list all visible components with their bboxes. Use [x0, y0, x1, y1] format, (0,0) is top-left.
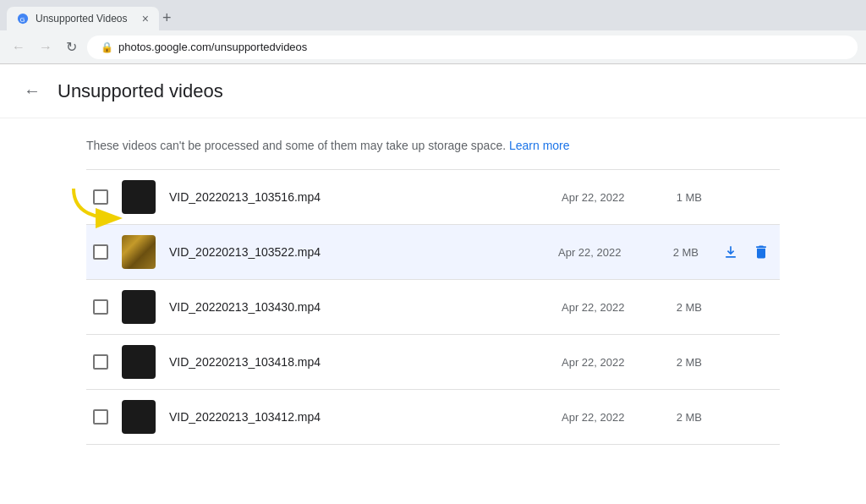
lock-icon: 🔒 [101, 41, 113, 53]
row-checkbox[interactable] [93, 299, 108, 315]
tab-bar: G Unsupported Videos × + [0, 0, 866, 30]
thumbnail-image [122, 235, 156, 269]
video-row[interactable]: VID_20220213_103430.mp4 Apr 22, 2022 2 M… [86, 280, 780, 335]
page-title: Unsupported videos [58, 80, 223, 102]
video-filename: VID_20220213_103418.mp4 [169, 355, 548, 369]
page-header: ← Unsupported videos [0, 64, 866, 118]
active-tab[interactable]: G Unsupported Videos × [7, 7, 159, 30]
video-row[interactable]: VID_20220213_103412.mp4 Apr 22, 2022 2 M… [86, 390, 780, 445]
video-filename: VID_20220213_103522.mp4 [169, 245, 545, 259]
row-checkbox[interactable] [93, 354, 108, 370]
video-size: 2 MB [656, 246, 699, 259]
video-row[interactable]: VID_20220213_103516.mp4 Apr 22, 2022 1 M… [86, 170, 780, 225]
download-button[interactable] [719, 240, 743, 264]
tab-title: Unsupported Videos [36, 13, 135, 25]
video-size: 2 MB [660, 301, 702, 314]
video-thumbnail [122, 345, 156, 379]
video-date: Apr 22, 2022 [562, 301, 646, 314]
video-row[interactable]: VID_20220213_103418.mp4 Apr 22, 2022 2 M… [86, 335, 780, 390]
video-date: Apr 22, 2022 [562, 411, 646, 424]
video-date: Apr 22, 2022 [558, 246, 643, 259]
browser-chrome: G Unsupported Videos × + ← → ↻ 🔒 photos.… [0, 0, 866, 64]
row-checkbox[interactable] [93, 409, 108, 425]
video-size: 1 MB [660, 191, 702, 204]
new-tab-button[interactable]: + [162, 9, 172, 27]
video-size: 2 MB [660, 356, 702, 369]
video-thumbnail [122, 290, 156, 324]
row-checkbox[interactable] [93, 244, 108, 260]
learn-more-link[interactable]: Learn more [509, 139, 570, 152]
info-text: These videos can't be processed and some… [86, 139, 780, 152]
address-input[interactable]: 🔒 photos.google.com/unsupportedvideos [87, 36, 858, 59]
video-filename: VID_20220213_103412.mp4 [169, 410, 548, 424]
yellow-arrow-indicator [69, 184, 137, 235]
video-list: VID_20220213_103516.mp4 Apr 22, 2022 1 M… [86, 169, 780, 445]
video-filename: VID_20220213_103430.mp4 [169, 300, 548, 314]
video-date: Apr 22, 2022 [562, 191, 646, 204]
page-back-button[interactable]: ← [20, 78, 44, 104]
delete-button[interactable] [749, 240, 773, 264]
thumbnail-image [122, 400, 156, 434]
reload-button[interactable]: ↻ [63, 36, 80, 58]
video-list-wrapper: VID_20220213_103516.mp4 Apr 22, 2022 1 M… [86, 169, 780, 445]
back-nav-button[interactable]: ← [8, 36, 29, 58]
video-thumbnail [122, 400, 156, 434]
svg-text:G: G [20, 16, 25, 24]
thumbnail-image [122, 290, 156, 324]
video-date: Apr 22, 2022 [562, 356, 646, 369]
forward-nav-button[interactable]: → [36, 36, 56, 58]
address-bar: ← → ↻ 🔒 photos.google.com/unsupportedvid… [0, 30, 866, 64]
tab-favicon: G [17, 13, 29, 25]
thumbnail-image [122, 345, 156, 379]
video-thumbnail [122, 235, 156, 269]
url-text: photos.google.com/unsupportedvideos [118, 41, 307, 53]
tab-close-button[interactable]: × [142, 13, 149, 25]
row-actions [719, 240, 773, 264]
page-content: ← Unsupported videos These videos can't … [0, 64, 866, 504]
video-size: 2 MB [660, 411, 702, 424]
video-row[interactable]: VID_20220213_103522.mp4 Apr 22, 2022 2 M… [86, 225, 780, 280]
content-area: These videos can't be processed and some… [52, 118, 814, 465]
video-filename: VID_20220213_103516.mp4 [169, 190, 548, 204]
